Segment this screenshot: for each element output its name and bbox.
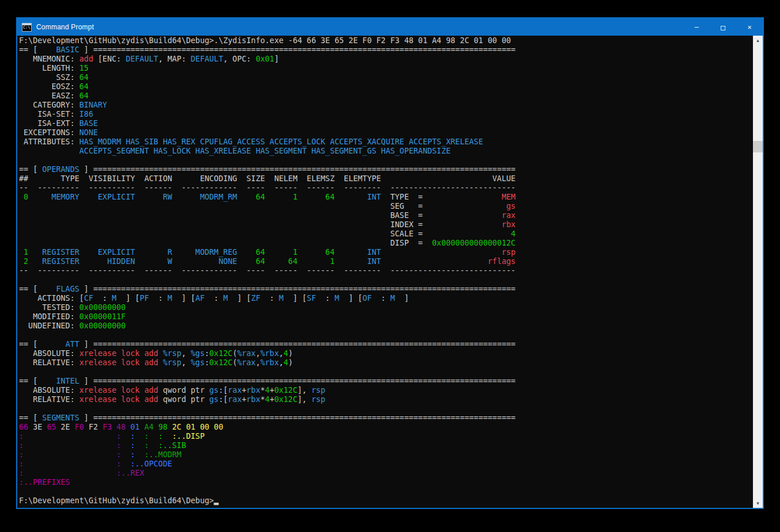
terminal-line: LENGTH: 15 [19,64,751,73]
terminal-text: 2C 01 00 00 [172,423,223,431]
terminal-line: ISA-EXT: BASE [19,119,751,128]
terminal-text: %rbx [260,358,279,367]
terminal-line: ABSOLUTE: xrelease lock add qword ptr gs… [19,386,751,395]
terminal-text: AF [195,294,204,303]
close-button[interactable]: ✕ [736,18,763,36]
terminal-text: ] [274,55,279,63]
terminal-text: DEFAULT [191,55,223,63]
terminal-text: ] [ [116,294,139,303]
maximize-button[interactable]: □ [710,18,736,36]
terminal-line: == [ SEGMENTS ] ========================… [19,414,751,423]
terminal-text: ========================================… [93,414,516,422]
terminal-text [423,229,511,238]
terminal-text: xrelease lock add [79,386,158,395]
terminal-text [423,202,506,210]
terminal-text: gs [507,202,516,210]
terminal-line: : : :..OPCODE [19,460,751,469]
terminal-text: ) [288,349,293,358]
terminal-text: :..DISP [172,432,204,441]
terminal-line [19,275,751,285]
terminal-line: CATEGORY: BINARY [19,101,751,110]
terminal-line: 2 REGISTER HIDDEN W NONE 64 64 1 INT rfl… [19,257,751,266]
terminal-text: %gs [191,349,204,358]
terminal-text: SF [307,294,316,303]
terminal-text [135,441,144,450]
terminal-text: ] [79,165,93,174]
terminal-text: 4 [511,229,516,238]
terminal-text: :..SIB [158,441,186,450]
terminal-text: : [316,294,334,303]
terminal-text: [ENC: [93,55,125,63]
terminal-text: : [144,432,149,441]
terminal-text: ] [79,45,93,54]
terminal-text: rsp [311,386,325,395]
terminal-text [163,432,172,441]
terminal-text: 64 [79,91,89,100]
terminal-text: : [19,450,24,459]
terminal-text: == [ [19,414,42,422]
terminal-text [121,460,130,468]
terminal-text: NONE [79,128,98,137]
terminal-text: : [131,450,135,459]
terminal-line: EXCEPTIONS: NONE [19,128,751,137]
terminal-line: == [ INTEL ] ===========================… [19,377,751,386]
terminal-text: 1 [265,248,297,257]
terminal-text: 66 [19,423,28,431]
terminal-text: 64 [265,257,297,266]
scrollbar[interactable]: ▴ ▾ [753,36,763,508]
terminal-text: %rbx [260,349,279,358]
terminal-text: MODRM_RM [172,193,237,201]
terminal-text: 0x12C [210,349,233,358]
terminal-line: MNEMONIC: add [ENC: DEFAULT, MAP: DEFAUL… [19,55,751,64]
terminal-text: 0x000000000000012C [432,239,516,247]
terminal-text: FLAGS [56,285,79,293]
terminal-text: 0x00000000 [79,322,126,330]
terminal-text: 0 [19,193,28,201]
terminal-text: 1 [265,193,297,201]
terminal-text: BASE = [390,211,423,220]
terminal-text: M [279,294,284,303]
scrollbar-down-icon[interactable]: ▾ [753,499,763,508]
terminal-line [19,368,751,377]
terminal-text: A4 [144,423,154,431]
terminal-text: REGISTER [28,257,79,266]
command-prompt-window: C:\ Command Prompt — □ ✕ F:\Development\… [16,17,764,509]
terminal-text: 0x0000011F [79,312,126,321]
terminal-text: , [181,349,191,358]
terminal-text: MEMORY [28,193,79,201]
minimize-button[interactable]: — [683,18,710,36]
terminal-text: R [135,248,173,257]
terminal-line: : :..REX [19,469,751,478]
terminal-text: , [279,358,284,367]
terminal-text: : [19,469,24,477]
terminal-text: ] [ [172,294,195,303]
terminal-text: MODRM_REG [172,248,237,257]
terminal-text [125,423,130,431]
terminal-text: ATT [66,340,79,349]
terminal-text [154,423,158,431]
terminal-text: 15 [79,64,89,72]
terminal-text: ] [79,340,93,349]
terminal-text: ] [79,414,93,422]
terminal-text: == [ [19,165,42,174]
terminal-line: :..PREFIXES [19,478,751,487]
terminal-text: ACTIONS: [19,294,79,303]
terminal-text [84,423,89,431]
terminal-text: ], [298,386,311,395]
terminal-text: RW [135,193,173,201]
terminal-text: 0x00000000 [79,303,126,312]
scrollbar-thumb[interactable] [753,141,763,152]
terminal-text: 0x12C [274,386,297,395]
terminal-text: EOSZ: [19,82,79,91]
terminal-text: : [19,441,24,450]
terminal-line: -- --------- ---------- ------ ---------… [19,183,751,193]
terminal-text: 3E [33,423,42,431]
terminal-text: == [ [19,340,66,349]
terminal-text: rbx [501,220,515,229]
terminal-line: F:\Development\GitHub\zydis\Build64\Debu… [19,496,751,506]
terminal-text: 1 [19,248,28,257]
terminal-text: 0x01 [256,55,274,63]
terminal-output[interactable]: F:\Development\GitHub\zydis\Build64\Debu… [19,36,751,508]
scrollbar-up-icon[interactable]: ▴ [753,36,763,45]
title-bar[interactable]: C:\ Command Prompt — □ ✕ [17,18,763,36]
